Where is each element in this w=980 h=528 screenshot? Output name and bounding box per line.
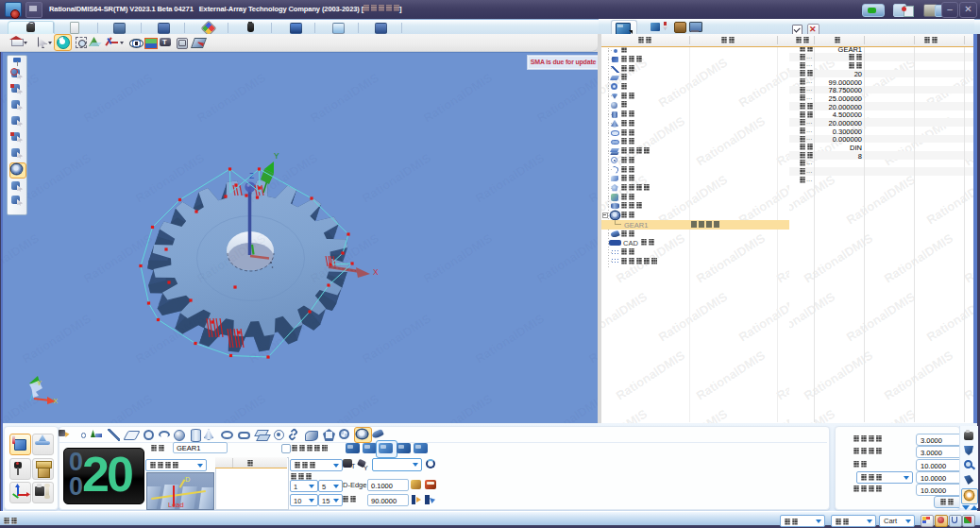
svg-text:X: X (53, 397, 59, 405)
svg-text:Y: Y (274, 151, 279, 161)
svg-text:Y: Y (37, 379, 42, 387)
svg-text:X: X (373, 267, 379, 277)
